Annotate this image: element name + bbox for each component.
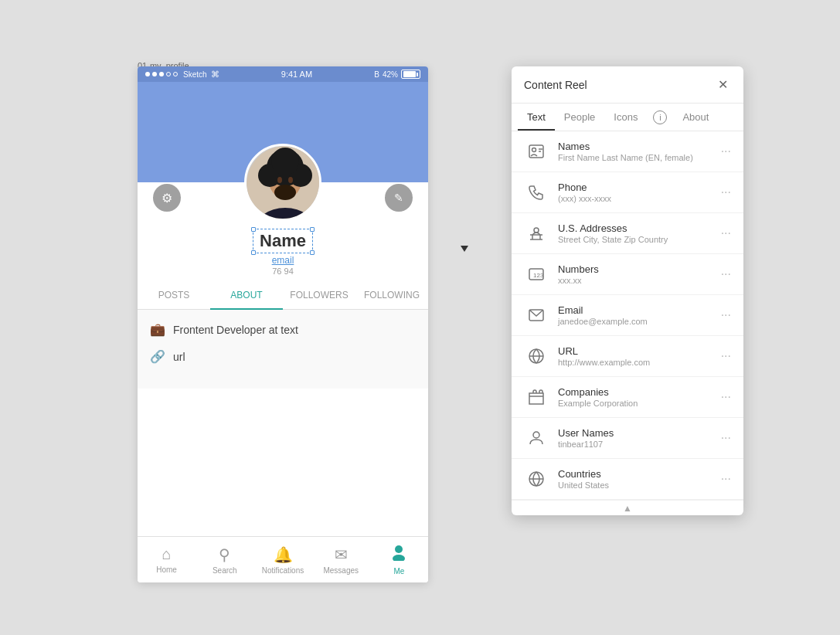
profile-stats: 76 94 [145, 267, 420, 276]
briefcase-icon: 💼 [150, 322, 165, 337]
url-more[interactable]: ··· [721, 349, 731, 363]
companies-icon [524, 385, 549, 409]
signal-dot-2 [152, 72, 157, 76]
nav-search[interactable]: ⚲ Search [196, 545, 253, 575]
status-time: 9:41 AM [281, 70, 312, 79]
tab-text[interactable]: Text [518, 104, 555, 131]
list-item[interactable]: User Names tinbear1107 ··· [512, 418, 743, 459]
panel-header: Content Reel ✕ [512, 66, 743, 104]
svg-point-8 [277, 177, 282, 183]
bell-icon: 🔔 [274, 545, 293, 564]
about-url-text: url [173, 351, 185, 363]
names-title: Names [558, 141, 712, 152]
status-right: B 42% [374, 70, 420, 79]
tab-about[interactable]: ABOUT [210, 282, 283, 310]
countries-icon [524, 467, 549, 491]
names-more[interactable]: ··· [721, 144, 731, 158]
profile-email[interactable]: email [145, 255, 420, 266]
list-item[interactable]: Countries United States ··· [512, 459, 743, 500]
nav-messages-label: Messages [323, 566, 359, 575]
signal-dot-4 [166, 72, 171, 76]
svg-point-7 [271, 148, 299, 175]
profile-name-section: Name email 76 94 [138, 229, 428, 276]
phone-icon [524, 180, 549, 205]
svg-point-14 [532, 148, 536, 152]
numbers-icon: 123 [524, 262, 549, 287]
numbers-more[interactable]: ··· [721, 267, 731, 281]
list-item[interactable]: U.S. Addresses Street City, State Zip Co… [512, 213, 743, 254]
nav-messages[interactable]: ✉ Messages [312, 545, 370, 575]
handle-bl [251, 250, 256, 255]
bluetooth-icon: B [374, 70, 379, 79]
tab-info[interactable]: i [653, 110, 667, 124]
usernames-more[interactable]: ··· [721, 431, 731, 445]
numbers-text: Numbers xxx.xx [558, 263, 712, 285]
svg-point-12 [393, 555, 405, 561]
about-url[interactable]: 🔗 url [150, 349, 416, 364]
countries-text: Countries United States [558, 468, 712, 490]
nav-home-label: Home [156, 565, 177, 574]
battery-pct: 42% [383, 70, 398, 79]
email-more[interactable]: ··· [721, 308, 731, 322]
phone-title: Phone [558, 182, 712, 193]
numbers-title: Numbers [558, 263, 712, 275]
about-job: 💼 Frontent Developer at text [150, 322, 416, 337]
companies-title: Companies [558, 386, 712, 398]
edit-button[interactable]: ✎ [385, 184, 413, 212]
address-more[interactable]: ··· [721, 226, 731, 240]
address-title: U.S. Addresses [558, 222, 712, 234]
link-icon: 🔗 [150, 349, 165, 364]
list-item[interactable]: URL http://www.example.com ··· [512, 336, 743, 377]
phone-text: Phone (xxx) xxx-xxxx [558, 182, 712, 203]
list-item[interactable]: Names First Name Last Name (EN, female) … [512, 131, 743, 172]
signal-dot-5 [173, 72, 178, 76]
nav-notifications-label: Notifications [262, 566, 304, 575]
companies-more[interactable]: ··· [721, 390, 731, 404]
bottom-nav: ⌂ Home ⚲ Search 🔔 Notifications ✉ Messag… [138, 536, 428, 582]
usernames-icon [524, 426, 549, 450]
close-button[interactable]: ✕ [715, 76, 731, 93]
names-text: Names First Name Last Name (EN, female) [558, 141, 712, 162]
email-text: Email janedoe@example.com [558, 304, 712, 326]
svg-point-17 [534, 228, 539, 233]
collapse-icon[interactable]: ▲ [623, 503, 632, 514]
battery-icon [401, 70, 420, 79]
nav-me[interactable]: Me [370, 544, 428, 576]
countries-more[interactable]: ··· [721, 472, 731, 486]
companies-subtitle: Example Corporation [558, 399, 712, 408]
nav-notifications[interactable]: 🔔 Notifications [253, 545, 311, 575]
tab-people[interactable]: People [555, 104, 604, 131]
list-item[interactable]: Email janedoe@example.com ··· [512, 295, 743, 336]
nav-search-label: Search [213, 566, 237, 575]
handle-br [310, 250, 315, 255]
tab-followers[interactable]: FOLLOWERS [283, 282, 355, 309]
panel-list: Names First Name Last Name (EN, female) … [512, 131, 743, 500]
tab-icons[interactable]: Icons [604, 104, 647, 131]
profile-name-box[interactable]: Name [253, 229, 313, 253]
phone-more[interactable]: ··· [721, 185, 731, 199]
list-item[interactable]: Companies Example Corporation ··· [512, 377, 743, 418]
countries-subtitle: United States [558, 480, 712, 490]
me-icon [390, 544, 407, 565]
companies-text: Companies Example Corporation [558, 386, 712, 408]
svg-point-27 [533, 432, 539, 438]
tab-posts[interactable]: POSTS [138, 282, 210, 309]
email-icon [524, 303, 549, 328]
handle-tl [251, 227, 256, 232]
svg-point-9 [288, 177, 293, 183]
settings-button[interactable]: ⚙ [153, 184, 181, 212]
panel-title: Content Reel [524, 79, 587, 91]
tab-following[interactable]: FOLLOWING [355, 282, 428, 309]
nav-home[interactable]: ⌂ Home [138, 545, 196, 574]
names-subtitle: First Name Last Name (EN, female) [558, 153, 712, 162]
gear-icon: ⚙ [162, 191, 172, 205]
list-item[interactable]: 123 Numbers xxx.xx ··· [512, 254, 743, 295]
countries-title: Countries [558, 468, 712, 480]
edit-icon: ✎ [394, 192, 403, 204]
email-subtitle: janedoe@example.com [558, 317, 712, 326]
svg-text:123: 123 [533, 272, 544, 279]
tab-about[interactable]: About [673, 104, 718, 131]
list-item[interactable]: Phone (xxx) xxx-xxxx ··· [512, 172, 743, 213]
profile-tabs: POSTS ABOUT FOLLOWERS FOLLOWING [138, 282, 428, 310]
url-text: URL http://www.example.com [558, 345, 712, 367]
